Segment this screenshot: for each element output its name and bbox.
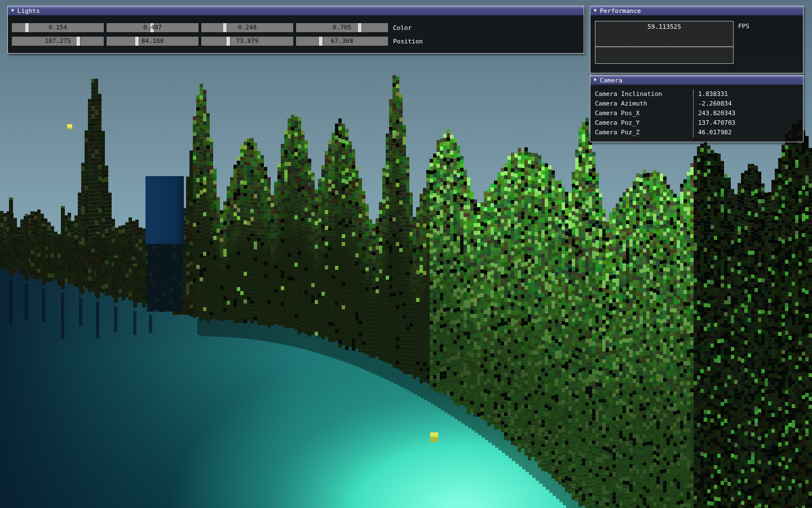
light-position-slider-4[interactable]: 67.368 — [296, 37, 388, 46]
fps-value: 59.113525 — [595, 23, 733, 30]
camera-panel-title: Camera — [600, 77, 623, 84]
slider-value: 67.368 — [296, 37, 388, 46]
slider-value: 0.497 — [107, 23, 198, 32]
light-color-slider-2[interactable]: 0.497 — [107, 23, 198, 32]
light-position-row-label: Position — [393, 38, 423, 45]
performance-panel-titlebar[interactable]: ▼ Performance — [590, 6, 803, 16]
camera-row: Camera Azimuth -2.260834 — [590, 99, 803, 108]
light-color-row: 0.154 0.497 0.248 0.705 Color — [12, 23, 580, 32]
light-position-row: 187.275 84.188 73.879 67.368 Position — [12, 37, 580, 46]
performance-panel: ▼ Performance 59.113525 FPS — [590, 6, 804, 73]
camera-row: Camera Poz_Y 137.470703 — [590, 118, 803, 128]
camera-row-value[interactable]: 137.470703 — [693, 118, 803, 128]
camera-row: Camera Poz_Z 46.017982 — [590, 128, 803, 137]
lights-panel: ▼ Lights 0.154 0.497 0.248 0.7 — [7, 6, 584, 54]
performance-panel-title: Performance — [600, 7, 641, 15]
slider-value: 187.275 — [12, 37, 104, 46]
camera-row-value[interactable]: 1.838331 — [693, 89, 803, 99]
light-position-slider-2[interactable]: 84.188 — [107, 37, 198, 46]
camera-row: Camera Pos_X 243.820343 — [590, 108, 803, 118]
light-color-slider-1[interactable]: 0.154 — [12, 23, 104, 32]
slider-value: 0.248 — [201, 23, 293, 32]
camera-panel-body: Camera Inclination 1.838331 Camera Azimu… — [590, 85, 803, 137]
lights-panel-body: 0.154 0.497 0.248 0.705 Color — [8, 16, 584, 46]
light-color-row-label: Color — [393, 24, 412, 32]
fps-unit-label: FPS — [738, 23, 749, 30]
camera-row-value[interactable]: -2.260834 — [693, 99, 803, 108]
camera-row-label: Camera Pos_X — [590, 108, 693, 118]
collapse-icon[interactable]: ▼ — [594, 8, 597, 13]
lights-panel-title: Lights — [17, 7, 40, 15]
fps-graph: 59.113525 — [595, 21, 734, 64]
camera-row-label: Camera Poz_Y — [590, 118, 693, 128]
slider-value: 73.879 — [201, 37, 293, 46]
collapse-icon[interactable]: ▼ — [11, 8, 14, 13]
light-position-slider-3[interactable]: 73.879 — [201, 37, 293, 46]
collapse-icon[interactable]: ▼ — [594, 78, 597, 82]
camera-row: Camera Inclination 1.838331 — [590, 89, 803, 99]
performance-panel-body: 59.113525 FPS — [590, 16, 803, 74]
light-color-slider-3[interactable]: 0.248 — [201, 23, 293, 32]
slider-value: 0.705 — [296, 23, 388, 32]
camera-panel: ▼ Camera Camera Inclination 1.838331 Cam… — [590, 75, 804, 142]
camera-row-label: Camera Poz_Z — [590, 128, 693, 137]
camera-row-label: Camera Azimuth — [590, 99, 693, 108]
lights-panel-titlebar[interactable]: ▼ Lights — [8, 6, 584, 16]
camera-panel-titlebar[interactable]: ▼ Camera — [590, 76, 803, 85]
light-color-slider-4[interactable]: 0.705 — [296, 23, 388, 32]
app-window: ▼ Lights 0.154 0.497 0.248 0.7 — [0, 0, 812, 508]
light-position-slider-1[interactable]: 187.275 — [12, 37, 104, 46]
camera-row-value[interactable]: 46.017982 — [693, 128, 803, 137]
camera-row-value[interactable]: 243.820343 — [693, 108, 803, 118]
slider-value: 84.188 — [107, 37, 198, 46]
camera-row-label: Camera Inclination — [590, 89, 693, 99]
slider-value: 0.154 — [12, 23, 104, 32]
